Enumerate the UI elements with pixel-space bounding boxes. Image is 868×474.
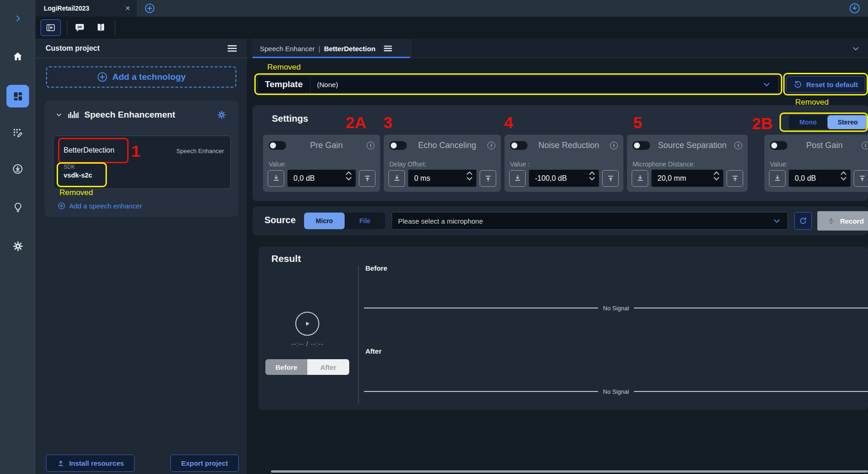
phonetics-tool-button[interactable]: ae (74, 22, 85, 33)
value-spinner[interactable] (466, 171, 473, 181)
project-tab[interactable]: LogiRetail2023 ✕ (35, 0, 137, 17)
equalizer-icon (68, 110, 80, 120)
projects-nav-button-selected[interactable] (6, 85, 29, 107)
export-value-button[interactable] (854, 170, 868, 187)
echo-canceling-toggle[interactable] (389, 141, 407, 150)
play-button[interactable] (295, 312, 319, 336)
download-tray-icon (773, 174, 782, 183)
microphone-select[interactable]: Please select a microphone (392, 212, 788, 230)
hamburger-menu-icon[interactable] (228, 45, 237, 52)
value-spinner[interactable] (346, 171, 352, 181)
import-value-button[interactable] (769, 170, 786, 187)
pre-gain-title: Pre Gain (286, 141, 367, 150)
info-icon[interactable]: i (367, 142, 375, 149)
no-signal-line (634, 391, 868, 392)
settings-title: Settings (272, 113, 308, 124)
source-separation-value-input[interactable]: 20,0 mm (651, 170, 723, 187)
home-nav-button[interactable] (0, 46, 35, 66)
export-value-button[interactable] (602, 170, 619, 187)
info-icon[interactable]: i (734, 142, 742, 149)
project-edit-icon (12, 127, 23, 139)
enhancer-item-betterdetection[interactable]: BetterDetection Speech Enhancer SDK vsdk… (53, 136, 231, 189)
main-area: Speech Enhancer | BetterDetection Templa… (247, 39, 868, 474)
downloads-nav-button[interactable] (0, 159, 35, 179)
expand-sidebar-button[interactable] (0, 8, 35, 29)
close-tab-icon[interactable]: ✕ (125, 5, 130, 12)
post-gain-value-input[interactable]: 0,0 dB (789, 170, 850, 187)
microphone-select-placeholder: Please select a microphone (392, 217, 773, 225)
dictionary-tool-button[interactable] (95, 22, 106, 33)
source-toggle[interactable]: Micro File (304, 213, 385, 229)
ab-option-before-selected[interactable]: Before (265, 359, 307, 375)
import-value-button[interactable] (509, 170, 526, 187)
source-option-micro-selected[interactable]: Micro (304, 213, 345, 229)
add-speech-enhancer-button[interactable]: Add a speech enhancer (58, 202, 142, 210)
spinner-down-icon (466, 177, 473, 181)
add-technology-button[interactable]: Add a technology (46, 66, 236, 88)
spinner-down-icon (346, 177, 352, 181)
template-chevron-down-icon[interactable] (762, 80, 771, 89)
module-tab-betterdetection[interactable]: Speech Enhancer | BetterDetection (252, 39, 410, 58)
post-gain-value: 0,0 dB (789, 174, 816, 183)
noise-reduction-value-input[interactable]: -100,0 dB (529, 170, 599, 187)
export-value-button[interactable] (727, 170, 743, 187)
value-spinner[interactable] (840, 171, 847, 181)
refresh-devices-button[interactable] (794, 212, 812, 230)
book-icon (95, 22, 106, 33)
channel-option-stereo-selected[interactable]: Stereo (827, 115, 868, 129)
import-value-button[interactable] (388, 170, 405, 187)
setting-card-pre-gain: Pre Gain i Value: 0,0 dB (263, 135, 380, 192)
source-separation-toggle[interactable] (633, 141, 650, 150)
result-title: Result (271, 253, 301, 264)
download-circle-top-icon (849, 2, 861, 14)
value-spinner[interactable] (713, 171, 720, 181)
export-value-button[interactable] (359, 170, 375, 187)
toggle-panel-button[interactable] (41, 19, 61, 36)
ab-option-after[interactable]: After (307, 359, 349, 375)
plus-circle-icon (58, 202, 65, 210)
before-after-toggle[interactable]: Before After (265, 359, 349, 375)
window-tab-bar: LogiRetail2023 ✕ (35, 0, 868, 17)
reset-to-default-button[interactable]: Reset to default (786, 76, 865, 93)
template-select[interactable]: (None) (311, 81, 762, 89)
template-label: Template (258, 79, 310, 89)
project-panel-header: Custom project (35, 39, 247, 58)
tab-menu-hamburger-icon[interactable] (384, 45, 392, 52)
import-value-button[interactable] (632, 170, 648, 187)
record-button[interactable]: Record (817, 211, 868, 231)
microphone-icon (827, 217, 835, 225)
value-spinner[interactable] (589, 171, 595, 181)
help-nav-button[interactable] (0, 197, 35, 218)
install-resources-button[interactable]: Install resources (46, 455, 135, 472)
info-icon[interactable]: i (862, 142, 868, 149)
tab-list-chevron-icon[interactable] (852, 45, 860, 53)
play-icon (302, 319, 312, 329)
speech-enhancement-header[interactable]: Speech Enhancement (45, 108, 238, 122)
info-icon[interactable]: i (610, 142, 618, 149)
export-project-button[interactable]: Export project (170, 455, 239, 472)
enhancer-type-label: Speech Enhancer (176, 148, 224, 154)
settings-nav-button[interactable] (0, 236, 35, 256)
toolbar: ae (35, 17, 868, 39)
new-tab-button[interactable] (144, 3, 155, 14)
horizontal-scrollbar[interactable] (271, 470, 868, 473)
group-settings-gear-icon[interactable] (217, 110, 226, 119)
import-value-button[interactable] (268, 170, 284, 187)
spinner-up-icon (713, 171, 720, 175)
post-gain-toggle[interactable] (770, 141, 787, 150)
project-edit-nav-button[interactable] (0, 123, 35, 143)
home-icon (12, 51, 23, 62)
noise-reduction-toggle[interactable] (510, 141, 528, 150)
channel-toggle[interactable]: Mono Stereo (789, 115, 868, 129)
export-value-button[interactable] (480, 170, 496, 187)
updates-download-button[interactable] (849, 2, 861, 14)
echo-canceling-value-input[interactable]: 0 ms (408, 170, 476, 187)
channel-option-mono[interactable]: Mono (789, 115, 827, 129)
source-option-file[interactable]: File (345, 213, 385, 229)
result-panel: Result --:-- / --:-- Before After Before… (258, 247, 868, 410)
info-icon[interactable]: i (487, 142, 495, 149)
upload-tray-icon (858, 174, 867, 183)
pre-gain-value-input[interactable]: 0,0 dB (287, 170, 356, 187)
pre-gain-toggle[interactable] (269, 141, 286, 150)
export-project-label: Export project (181, 459, 228, 467)
